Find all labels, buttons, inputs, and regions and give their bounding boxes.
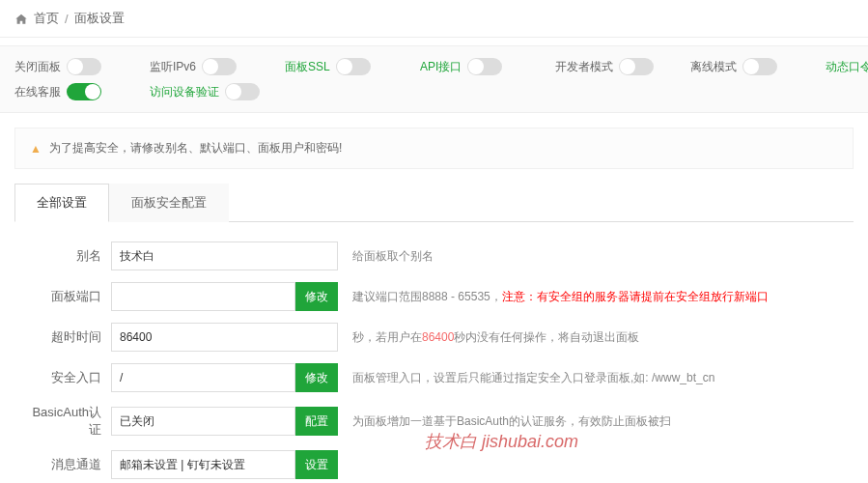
tip-timeout: 秒，若用户在86400秒内没有任何操作，将自动退出面板 [352,329,839,346]
input-port[interactable] [111,282,295,311]
input-timeout[interactable] [111,323,338,352]
toggle-panel: 关闭面板监听IPv6面板SSLAPI接口开发者模式离线模式动态口令认证 在线客服… [0,45,868,113]
btn-set-msgchannel[interactable]: 设置 [295,450,338,479]
toggle-switch[interactable] [67,83,101,100]
input-basicauth[interactable] [111,407,295,436]
label-alias: 别名 [29,247,111,265]
input-entry[interactable] [111,363,295,392]
toggle-label: API接口 [420,59,462,75]
toggle-item-在线客服: 在线客服 [14,83,150,100]
row-alias: 别名 给面板取个别名 [29,242,839,270]
toggle-item-监听IPv6: 监听IPv6 [150,58,285,75]
label-basicauth: BasicAuth认证 [29,404,111,439]
tabs: 全部设置 面板安全配置 [14,184,854,222]
row-port: 面板端口 修改 建议端口范围8888 - 65535，注意：有安全组的服务器请提… [29,282,839,311]
label-port: 面板端口 [29,288,111,305]
toggle-switch[interactable] [225,83,260,100]
toggle-row-1: 关闭面板监听IPv6面板SSLAPI接口开发者模式离线模式动态口令认证 [14,58,854,75]
toggle-switch[interactable] [742,58,777,75]
label-timeout: 超时时间 [29,328,111,346]
breadcrumb-sep: / [65,12,69,26]
form-area: 别名 给面板取个别名 面板端口 修改 建议端口范围8888 - 65535，注意… [0,222,868,483]
breadcrumb: 首页 / 面板设置 [0,0,868,38]
toggle-item-开发者模式: 开发者模式 [555,58,690,75]
tab-all-settings[interactable]: 全部设置 [14,184,109,222]
toggle-item-动态口令认证: 动态口令认证 [826,58,868,75]
breadcrumb-current: 面板设置 [74,10,125,27]
btn-modify-port[interactable]: 修改 [295,282,338,311]
breadcrumb-home[interactable]: 首页 [34,10,59,27]
row-entry: 安全入口 修改 面板管理入口，设置后只能通过指定安全入口登录面板,如: /www… [29,363,839,392]
home-icon [14,11,28,26]
label-entry: 安全入口 [29,369,111,386]
toggle-switch[interactable] [467,58,502,75]
row-basicauth: BasicAuth认证 配置 为面板增加一道基于BasicAuth的认证服务，有… [29,404,839,439]
toggle-label: 访问设备验证 [150,84,219,100]
row-timeout: 超时时间 秒，若用户在86400秒内没有任何操作，将自动退出面板 [29,323,839,352]
btn-config-basicauth[interactable]: 配置 [295,407,338,436]
toggle-switch[interactable] [336,58,371,75]
tip-port: 建议端口范围8888 - 65535，注意：有安全组的服务器请提前在安全组放行新… [352,289,839,305]
toggle-switch[interactable] [202,58,237,75]
row-msgchannel: 消息通道 设置 [29,450,839,479]
toggle-label: 动态口令认证 [826,59,868,75]
toggle-label: 离线模式 [690,59,737,75]
tip-basicauth: 为面板增加一道基于BasicAuth的认证服务，有效防止面板被扫 [352,413,839,430]
label-msgchannel: 消息通道 [29,456,111,473]
toggle-switch[interactable] [67,58,101,75]
warning-text: 为了提高安全，请修改别名、默认端口、面板用户和密码! [49,140,342,156]
warning-icon: ▲ [30,142,42,156]
toggle-item-面板SSL: 面板SSL [285,58,420,75]
tip-alias: 给面板取个别名 [352,248,839,265]
tab-security-config[interactable]: 面板安全配置 [109,184,229,222]
warning-banner: ▲ 为了提高安全，请修改别名、默认端口、面板用户和密码! [14,128,854,169]
toggle-item-访问设备验证: 访问设备验证 [150,83,285,100]
input-msgchannel[interactable] [111,450,295,479]
toggle-item-离线模式: 离线模式 [690,58,826,75]
toggle-label: 面板SSL [285,59,330,75]
toggle-switch[interactable] [619,58,654,75]
toggle-label: 关闭面板 [14,59,61,75]
tip-entry: 面板管理入口，设置后只能通过指定安全入口登录面板,如: /www_bt_cn [352,370,839,386]
toggle-label: 在线客服 [14,84,61,100]
toggle-label: 监听IPv6 [150,59,196,75]
input-alias[interactable] [111,242,338,270]
toggle-label: 开发者模式 [555,59,613,75]
btn-modify-entry[interactable]: 修改 [295,363,338,392]
toggle-item-关闭面板: 关闭面板 [14,58,150,75]
toggle-item-API接口: API接口 [420,58,555,75]
toggle-row-2: 在线客服访问设备验证 [14,83,854,100]
